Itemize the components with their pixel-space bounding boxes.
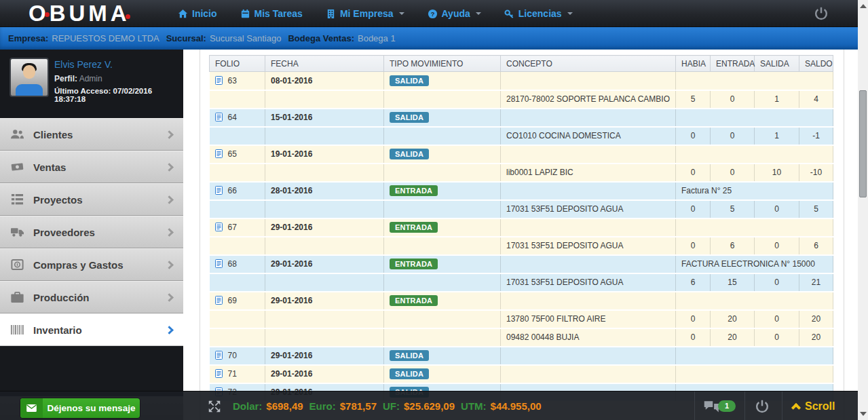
table-row-folio-66[interactable]: 66 28-01-2016 ENTRADA Factura N° 25 <box>210 182 833 200</box>
briefcase-icon <box>11 292 24 303</box>
empty-cell <box>384 127 501 145</box>
scrollbar-down-arrow[interactable] <box>860 412 867 416</box>
power-icon[interactable] <box>814 6 829 21</box>
doc-icon <box>215 369 223 378</box>
folio-number: 70 <box>228 351 237 360</box>
habia-cell: 0 <box>676 200 711 218</box>
empty-cell <box>384 200 501 218</box>
barcode-icon <box>11 324 24 335</box>
folio-cell: 69 <box>210 292 265 310</box>
context-bar: Empresa: REPUESTOS DEMO LTDA Sucursal: S… <box>0 27 868 50</box>
sidebar-item-compras-y-gastos[interactable]: Compras y Gastos <box>0 248 183 281</box>
empty-cell <box>265 90 384 109</box>
power-icon[interactable] <box>755 399 770 414</box>
empty-cell <box>210 237 265 255</box>
fecha-cell: 29-01-2016 <box>265 365 384 383</box>
table-row-folio-64[interactable]: 64 15-01-2016 SALIDA <box>210 109 833 127</box>
folio-number: 64 <box>228 113 237 122</box>
sidebar-item-inventario[interactable]: Inventario <box>0 313 183 346</box>
fecha-cell: 28-01-2016 <box>265 182 384 200</box>
table-row-item[interactable]: 13780 75F00 FILTRO AIRE 0 20 0 20 <box>210 310 833 328</box>
avatar-shirt <box>16 84 43 96</box>
remark-cell <box>676 72 833 90</box>
sidebar-item-clientes[interactable]: Clientes <box>0 118 183 151</box>
main-nav: Inicio Mis Tareas Mi Empresa ?Ayuda Lice… <box>178 0 573 27</box>
rate-value: $698,49 <box>266 400 303 412</box>
sidebar-item-produccion[interactable]: Producción <box>0 281 183 313</box>
table-row-folio-67[interactable]: 67 29-01-2016 ENTRADA <box>210 218 833 237</box>
nav-item-mi-empresa[interactable]: Mi Empresa <box>326 8 404 19</box>
tipo-cell: ENTRADA <box>384 182 501 200</box>
nav-item-inicio[interactable]: Inicio <box>178 8 217 19</box>
empty-cell <box>210 200 265 218</box>
expand-icon[interactable] <box>207 399 222 414</box>
scrollbar-up-arrow[interactable] <box>860 4 867 8</box>
chevron-right-icon <box>165 326 174 335</box>
table-row-item[interactable]: 17031 53F51 DEPOSITO AGUA 6 15 0 21 <box>210 273 833 292</box>
envelope-icon <box>26 404 37 412</box>
nav-item-licencias[interactable]: Licencias <box>504 8 573 19</box>
nav-item-ayuda[interactable]: ?Ayuda <box>428 8 481 19</box>
nav-item-mis-tareas[interactable]: Mis Tareas <box>240 8 303 19</box>
empty-cell <box>210 164 265 182</box>
doc-icon <box>215 76 223 85</box>
empty-cell <box>384 310 501 328</box>
column-header: SALDO <box>799 56 833 72</box>
empty-cell <box>210 90 265 109</box>
caret-down-icon <box>567 12 573 15</box>
scroll-to-top-button[interactable]: Scroll <box>793 392 835 420</box>
habia-cell: 0 <box>676 237 711 255</box>
empty-cell <box>265 200 384 218</box>
habia-cell: 0 <box>676 310 711 328</box>
chevron-up-icon <box>791 403 801 413</box>
sidebar-item-label: Clientes <box>33 129 73 140</box>
vertical-scrollbar[interactable] <box>858 0 868 420</box>
folio-cell: 68 <box>210 255 265 273</box>
saldo-cell: -10 <box>799 164 833 182</box>
scrollbar-thumb[interactable] <box>859 90 867 197</box>
table-row-folio-69[interactable]: 69 29-01-2016 ENTRADA <box>210 292 833 310</box>
top-navbar: OBUMA Inicio Mis Tareas Mi Empresa ?Ayud… <box>0 0 868 27</box>
logo-dot <box>126 14 130 19</box>
column-header: SALIDA <box>755 56 799 72</box>
table-row-folio-70[interactable]: 70 29-01-2016 SALIDA <box>210 347 833 365</box>
feedback-message-button[interactable]: Déjenos su mensaje <box>20 398 140 418</box>
salida-cell: 0 <box>755 273 799 292</box>
obuma-logo[interactable]: OBUMA <box>29 0 130 27</box>
folio-number: 66 <box>228 186 237 195</box>
table-row-folio-71[interactable]: 71 29-01-2016 SALIDA <box>210 365 833 383</box>
table-row-item[interactable]: 17031 53F51 DEPOSITO AGUA 0 6 0 6 <box>210 237 833 255</box>
saldo-cell: 6 <box>799 237 833 255</box>
nav-item-label: Licencias <box>518 8 562 19</box>
table-row-folio-68[interactable]: 68 29-01-2016 ENTRADA FACTURA ELECTRONIC… <box>210 255 833 273</box>
table-row-folio-63[interactable]: 63 08-01-2016 SALIDA <box>210 72 833 90</box>
nav-item-label: Inicio <box>192 8 217 19</box>
table-row-item[interactable]: 17031 53F51 DEPOSITO AGUA 0 5 0 5 <box>210 200 833 218</box>
tipo-cell: ENTRADA <box>384 292 501 310</box>
feedback-message-label: Déjenos su mensaje <box>43 403 140 413</box>
tipo-cell: SALIDA <box>384 109 501 127</box>
sidebar-item-ventas[interactable]: Ventas <box>0 151 183 183</box>
concepto-cell: 17031 53F51 DEPOSITO AGUA <box>501 200 676 218</box>
tipo-badge: SALIDA <box>390 149 429 159</box>
saldo-cell: 20 <box>799 328 833 347</box>
sidebar-item-proyectos[interactable]: Proyectos <box>0 183 183 216</box>
key-icon <box>504 9 514 19</box>
column-header: FOLIO <box>210 56 265 72</box>
column-header: TIPO MOVIMIENTO <box>384 56 501 72</box>
user-name-link[interactable]: Elvis Perez V. <box>54 59 113 70</box>
footer-divider <box>744 392 745 420</box>
table-row-folio-65[interactable]: 65 19-01-2016 SALIDA <box>210 145 833 164</box>
sidebar-item-proveedores[interactable]: Proveedores <box>0 216 183 248</box>
table-row-item[interactable]: lib0001 LAPIZ BIC 0 0 10 -10 <box>210 164 833 182</box>
table-row-item[interactable]: CO1010 COCINA DOMESTICA 0 0 1 -1 <box>210 127 833 145</box>
table-row-item[interactable]: 09482 00448 BUJIA 0 20 0 20 <box>210 328 833 347</box>
footer-divider <box>694 392 695 420</box>
empty-cell <box>384 90 501 109</box>
context-label-sucursal: Sucursal: <box>166 33 206 43</box>
entrada-cell: 0 <box>711 90 755 109</box>
concepto-cell <box>501 182 676 200</box>
obuma-app: OBUMA Inicio Mis Tareas Mi Empresa ?Ayud… <box>0 0 868 420</box>
panel-divider <box>844 50 844 420</box>
table-row-item[interactable]: 28170-78002 SOPORTE PALANCA CAMBIO 5 0 1… <box>210 90 833 109</box>
